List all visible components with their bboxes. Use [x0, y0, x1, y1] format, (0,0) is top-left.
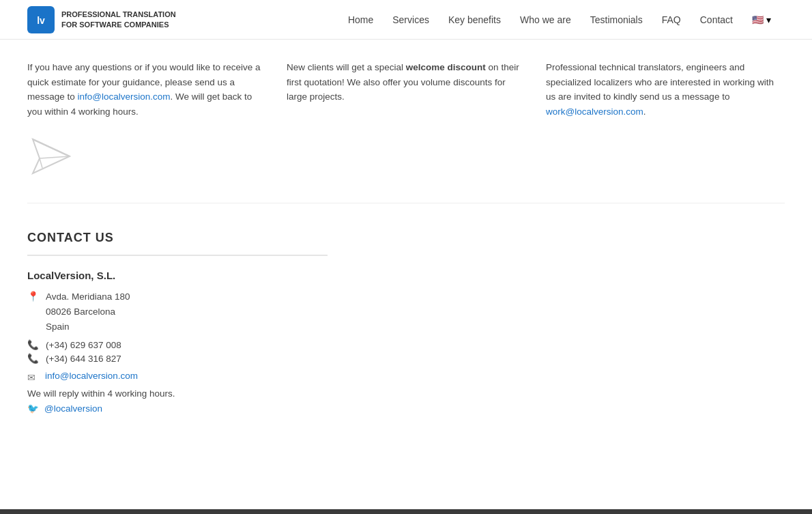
col2-text1: New clients will get a special — [287, 62, 406, 72]
phone-row-2: 📞 (+34) 644 316 827 — [27, 353, 785, 364]
main-nav: Home Services Key benefits Who we are Te… — [348, 14, 771, 25]
col3-email[interactable]: work@localversion.com — [546, 106, 643, 117]
col-discount: New clients will get a special welcome d… — [287, 60, 525, 182]
nav-testimonials[interactable]: Testimonials — [590, 14, 643, 25]
col-contact-question: If you have any questions or if you woul… — [27, 60, 266, 182]
phones-block: 📞 (+34) 629 637 008 📞 (+34) 644 316 827 — [27, 339, 785, 364]
language-selector[interactable]: 🇺🇸 ▾ — [752, 14, 771, 25]
address-line2: 08026 Barcelona — [46, 304, 130, 319]
phone-icon-2: 📞 — [27, 353, 39, 364]
top-columns: If you have any questions or if you woul… — [27, 40, 785, 203]
address-line1: Avda. Meridiana 180 — [46, 289, 130, 304]
col-translators: Professional technical translators, engi… — [546, 60, 785, 182]
logo[interactable]: lv PROFESSIONAL TRANSLATION FOR SOFTWARE… — [27, 6, 176, 33]
nav-key-benefits[interactable]: Key benefits — [448, 14, 501, 25]
logo-icon: lv — [27, 6, 55, 33]
footer: Copyright © 2022 LocalVersion · Terms of… — [0, 509, 812, 514]
svg-text:lv: lv — [37, 15, 45, 26]
contact-email-link[interactable]: info@localversion.com — [45, 371, 138, 381]
nav-contact[interactable]: Contact — [700, 14, 733, 25]
email-block: ✉ info@localversion.com We will reply wi… — [27, 371, 785, 414]
nav-services[interactable]: Services — [392, 14, 429, 25]
company-name: LocalVersion, S.L. — [27, 270, 785, 281]
header: lv PROFESSIONAL TRANSLATION FOR SOFTWARE… — [0, 0, 812, 40]
nav-faq[interactable]: FAQ — [662, 14, 681, 25]
phone-icon-1: 📞 — [27, 339, 39, 350]
twitter-row: 🐦 @localversion — [27, 403, 785, 414]
logo-text: PROFESSIONAL TRANSLATION FOR SOFTWARE CO… — [61, 10, 176, 29]
col3-text2: . — [643, 106, 646, 117]
contact-title: CONTACT US — [27, 231, 328, 256]
nav-home[interactable]: Home — [348, 14, 373, 25]
flag-icon: 🇺🇸 — [752, 14, 764, 25]
twitter-icon: 🐦 — [27, 403, 39, 414]
reply-text: We will reply within 4 working hours. — [27, 388, 785, 399]
col1-email[interactable]: info@localversion.com — [78, 91, 171, 102]
paper-plane-icon — [27, 132, 266, 182]
contact-section: CONTACT US LocalVersion, S.L. 📍 Avda. Me… — [27, 224, 785, 414]
email-row: ✉ info@localversion.com — [27, 371, 785, 383]
nav-who-we-are[interactable]: Who we are — [520, 14, 571, 25]
address-text: Avda. Meridiana 180 08026 Barcelona Spai… — [46, 289, 130, 334]
email-icon: ✉ — [27, 372, 38, 383]
address-row: 📍 Avda. Meridiana 180 08026 Barcelona Sp… — [27, 289, 785, 334]
address-line3: Spain — [46, 319, 130, 334]
phone-1: (+34) 629 637 008 — [46, 340, 121, 350]
col2-bold: welcome discount — [406, 62, 486, 72]
main-content: If you have any questions or if you woul… — [0, 40, 812, 509]
phone-row-1: 📞 (+34) 629 637 008 — [27, 339, 785, 350]
col3-text1: Professional technical translators, engi… — [546, 62, 774, 102]
location-icon: 📍 — [27, 291, 39, 302]
twitter-link[interactable]: @localversion — [44, 403, 102, 414]
flag-chevron: ▾ — [766, 14, 771, 25]
phone-2: (+34) 644 316 827 — [46, 354, 121, 364]
